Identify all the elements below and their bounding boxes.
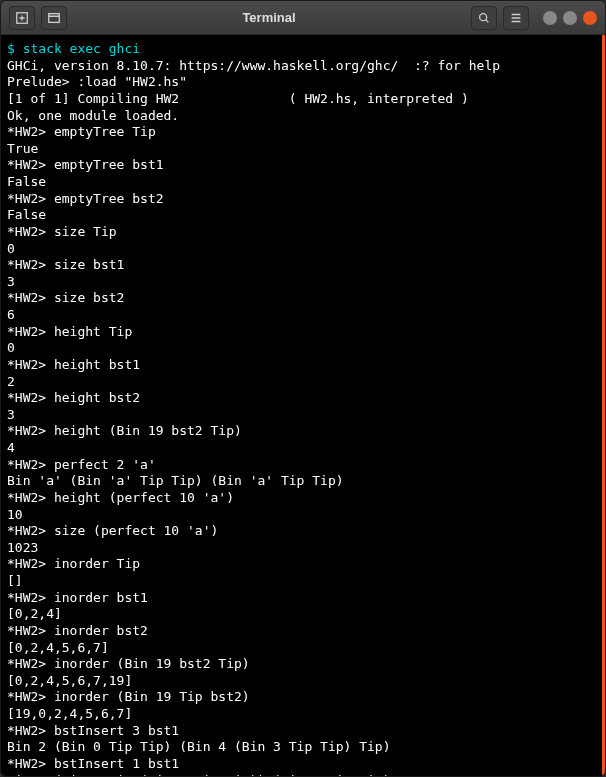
maximize-button[interactable] [563,11,577,25]
new-window-button[interactable] [41,6,67,30]
terminal-line: [1 of 1] Compiling HW2 ( HW2.hs, interpr… [7,91,596,108]
search-icon [477,11,491,25]
terminal-line: 0 [7,340,596,357]
window-controls [543,11,597,25]
close-button[interactable] [583,11,597,25]
terminal-line: *HW2> height bst1 [7,357,596,374]
terminal-line: *HW2> size bst2 [7,290,596,307]
terminal-content: $ stack exec ghciGHCi, version 8.10.7: h… [7,41,596,776]
titlebar: Terminal [1,1,605,35]
terminal-line: True [7,141,596,158]
terminal-line: *HW2> height (perfect 10 'a') [7,490,596,507]
terminal-line: *HW2> size bst1 [7,257,596,274]
terminal-line: *HW2> height Tip [7,324,596,341]
search-button[interactable] [471,6,497,30]
svg-rect-3 [49,13,60,22]
new-tab-button[interactable] [9,6,35,30]
terminal-line: 3 [7,274,596,291]
window-icon [47,11,61,25]
svg-line-6 [486,19,489,22]
terminal-line: *HW2> bstInsert 1 bst1 [7,756,596,773]
terminal-line: 4 [7,440,596,457]
terminal-line: *HW2> inorder (Bin 19 bst2 Tip) [7,656,596,673]
plus-box-icon [15,11,29,25]
titlebar-right [471,6,597,30]
window-title: Terminal [73,10,465,25]
terminal-line: *HW2> emptyTree bst1 [7,157,596,174]
terminal-line: 2 [7,374,596,391]
terminal-line: *HW2> inorder (Bin 19 Tip bst2) [7,689,596,706]
menu-button[interactable] [503,6,529,30]
terminal-line: *HW2> emptyTree Tip [7,124,596,141]
hamburger-icon [509,11,523,25]
terminal-line: *HW2> size (perfect 10 'a') [7,523,596,540]
terminal-line: 0 [7,241,596,258]
terminal-line: *HW2> height (Bin 19 bst2 Tip) [7,423,596,440]
terminal-line: [0,2,4,5,6,7,19] [7,673,596,690]
terminal-line: Bin 2 (Bin 0 Tip Tip) (Bin 4 (Bin 3 Tip … [7,739,596,756]
terminal-line: *HW2> inorder bst1 [7,590,596,607]
terminal-line: 1023 [7,540,596,557]
terminal-line: Bin 2 (Bin 0 Tip (Bin 1 Tip Tip)) (Bin 4… [7,773,596,777]
terminal-line: 10 [7,507,596,524]
terminal-line: [0,2,4,5,6,7] [7,640,596,657]
terminal-line: *HW2> size Tip [7,224,596,241]
svg-point-5 [480,13,487,20]
terminal-line: [] [7,573,596,590]
terminal-line: [19,0,2,4,5,6,7] [7,706,596,723]
terminal-line: *HW2> inorder bst2 [7,623,596,640]
terminal-line: 3 [7,407,596,424]
terminal-window: Terminal $ stack exec ghciGHCi, version … [0,0,606,777]
terminal-line: *HW2> emptyTree bst2 [7,191,596,208]
terminal-line: *HW2> height bst2 [7,390,596,407]
terminal-line: *HW2> perfect 2 'a' [7,457,596,474]
terminal-line: Prelude> :load "HW2.hs" [7,74,596,91]
terminal-body[interactable]: $ stack exec ghciGHCi, version 8.10.7: h… [1,35,605,776]
minimize-button[interactable] [543,11,557,25]
terminal-line: Ok, one module loaded. [7,108,596,125]
terminal-line: False [7,174,596,191]
terminal-line: False [7,207,596,224]
terminal-line: Bin 'a' (Bin 'a' Tip Tip) (Bin 'a' Tip T… [7,473,596,490]
terminal-line: *HW2> inorder Tip [7,556,596,573]
terminal-line: *HW2> bstInsert 3 bst1 [7,723,596,740]
titlebar-left [9,6,67,30]
terminal-line: $ stack exec ghci [7,41,596,58]
terminal-line: GHCi, version 8.10.7: https://www.haskel… [7,58,596,75]
terminal-line: 6 [7,307,596,324]
terminal-line: [0,2,4] [7,606,596,623]
